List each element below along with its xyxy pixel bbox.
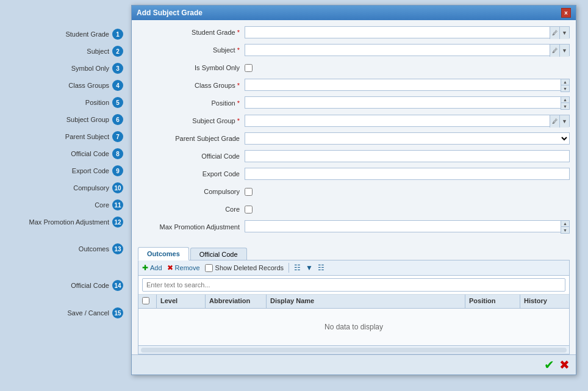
close-button[interactable]: × [561, 8, 571, 18]
annotation-label-12: Max Promotion Adjustment [29, 218, 109, 226]
annotation-badge-2: 2 [112, 46, 123, 57]
annotation-badge-10: 10 [112, 182, 123, 193]
grid-icon: ☷ [318, 264, 324, 272]
max-promotion-row: Max Promotion Adjustment ▲ ▼ [138, 220, 570, 234]
position-row: Position * ▲ ▼ [138, 96, 570, 110]
position-up-btn[interactable]: ▲ [561, 97, 569, 103]
col-header-display-name: Display Name [267, 295, 465, 308]
class-groups-down-btn[interactable]: ▼ [561, 85, 569, 91]
cancel-button[interactable]: ✖ [559, 357, 570, 372]
annotation-official-code-14: Official Code 14 [0, 267, 128, 304]
annotation-class-groups: Class Groups 4 [0, 77, 128, 94]
parent-subject-grade-label: Parent Subject Grade [138, 135, 245, 142]
annotation-badge-11: 11 [112, 199, 123, 210]
tab-official-code[interactable]: Official Code [190, 248, 247, 260]
export-code-input[interactable] [245, 168, 570, 180]
add-label: Add [150, 264, 162, 271]
subject-input[interactable] [245, 44, 550, 56]
annotation-parent-subject: Parent Subject 7 [0, 128, 128, 145]
position-input[interactable] [245, 96, 561, 109]
parent-subject-grade-row: Parent Subject Grade [138, 131, 570, 146]
grid-scrollbar[interactable] [138, 345, 569, 354]
student-grade-add-btn[interactable]: 🖉 [550, 27, 559, 39]
max-promotion-down-btn[interactable]: ▼ [561, 227, 569, 233]
annotation-core: Core 11 [0, 196, 128, 213]
compulsory-label: Compulsory [138, 188, 245, 195]
official-code-input[interactable] [245, 150, 570, 162]
annotation-official-code: Official Code 8 [0, 145, 128, 162]
subject-add-btn[interactable]: 🖉 [550, 45, 559, 57]
remove-button[interactable]: ✖ Remove [167, 264, 200, 272]
add-button[interactable]: ✚ Add [142, 264, 162, 272]
subject-field: 🖉 ▼ [245, 44, 570, 56]
annotation-label-10: Compulsory [73, 184, 109, 192]
annotation-compulsory: Compulsory 10 [0, 179, 128, 196]
filter-icon: ☷ [294, 264, 301, 272]
annotation-subject-group: Subject Group 6 [0, 111, 128, 128]
subject-group-dropdown-btn[interactable]: ▼ [559, 115, 569, 127]
annotation-outcomes: Outcomes 13 [0, 231, 128, 267]
official-code-label: Official Code [138, 152, 245, 160]
annotation-label-15: Save / Cancel [68, 309, 109, 317]
add-subject-grade-dialog: Add Subject Grade × Student Grade * 🖉 ▼ … [131, 5, 576, 375]
subject-dropdown-btn[interactable]: ▼ [559, 45, 569, 57]
tabs-header: Outcomes Official Code [138, 247, 570, 260]
annotation-label-3: Symbol Only [71, 65, 109, 72]
form-area: Student Grade * 🖉 ▼ Subject * 🖉 ▼ [132, 20, 576, 242]
annotation-label-8: Official Code [71, 150, 109, 157]
annotation-position: Position 5 [0, 94, 128, 111]
max-promotion-up-btn[interactable]: ▲ [561, 221, 569, 227]
class-groups-input[interactable] [245, 79, 561, 91]
annotation-badge-3: 3 [112, 63, 123, 74]
position-down-btn[interactable]: ▼ [561, 103, 569, 109]
parent-subject-grade-select[interactable] [245, 132, 570, 145]
subject-group-field: 🖉 ▼ [245, 115, 570, 127]
annotation-badge-9: 9 [112, 165, 123, 176]
search-input[interactable] [142, 278, 565, 292]
annotation-badge-8: 8 [112, 148, 123, 159]
annotation-export-code: Export Code 9 [0, 162, 128, 179]
class-groups-label: Class Groups * [138, 82, 245, 89]
annotation-badge-4: 4 [112, 80, 123, 91]
max-promotion-label: Max Promotion Adjustment [138, 223, 245, 231]
show-deleted-checkbox[interactable] [205, 264, 213, 272]
select-all-checkbox[interactable] [142, 297, 149, 304]
core-checkbox[interactable] [245, 206, 253, 213]
annotation-label-5: Position [85, 99, 109, 106]
is-symbol-only-checkbox[interactable] [245, 64, 253, 72]
position-label: Position * [138, 99, 245, 107]
student-grade-input[interactable] [245, 26, 550, 38]
subject-group-input[interactable] [245, 115, 550, 127]
compulsory-row: Compulsory [138, 184, 570, 199]
filter-btn[interactable]: ☷ [294, 264, 301, 272]
grid-btn[interactable]: ☷ [318, 264, 324, 272]
annotation-panel: Student Grade 1 Subject 2 Symbol Only 3 … [0, 17, 128, 322]
annotation-label-4: Class Groups [68, 82, 109, 89]
dialog-header: Add Subject Grade × [132, 5, 576, 20]
funnel-btn[interactable]: ▼ [306, 264, 313, 272]
annotation-label-1: Student Grade [65, 30, 109, 38]
max-promotion-input[interactable] [245, 220, 561, 232]
compulsory-checkbox[interactable] [245, 188, 253, 196]
student-grade-row: Student Grade * 🖉 ▼ [138, 25, 570, 40]
show-deleted-checkbox-group[interactable]: Show Deleted Records [205, 264, 284, 272]
annotation-save-cancel: Save / Cancel 15 [0, 304, 128, 322]
annotation-badge-7: 7 [112, 131, 123, 142]
col-header-position: Position [465, 295, 520, 308]
subject-row: Subject * 🖉 ▼ [138, 43, 570, 57]
scrollbar-track[interactable] [141, 348, 567, 353]
save-button[interactable]: ✔ [544, 357, 554, 372]
tab-content: ✚ Add ✖ Remove Show Deleted Records ☷ ▼ [138, 260, 570, 354]
annotation-badge-15: 15 [112, 307, 123, 318]
search-bar [138, 276, 569, 295]
grid-toolbar: ✚ Add ✖ Remove Show Deleted Records ☷ ▼ [138, 260, 569, 276]
tab-outcomes[interactable]: Outcomes [138, 247, 189, 260]
remove-label: Remove [175, 264, 200, 271]
class-groups-up-btn[interactable]: ▲ [561, 79, 569, 85]
annotation-badge-5: 5 [112, 97, 123, 108]
col-header-level: Level [157, 295, 206, 308]
dialog-title: Add Subject Grade [137, 9, 203, 17]
export-code-row: Export Code [138, 167, 570, 181]
student-grade-dropdown-btn[interactable]: ▼ [559, 27, 569, 39]
subject-group-add-btn[interactable]: 🖉 [550, 115, 559, 127]
